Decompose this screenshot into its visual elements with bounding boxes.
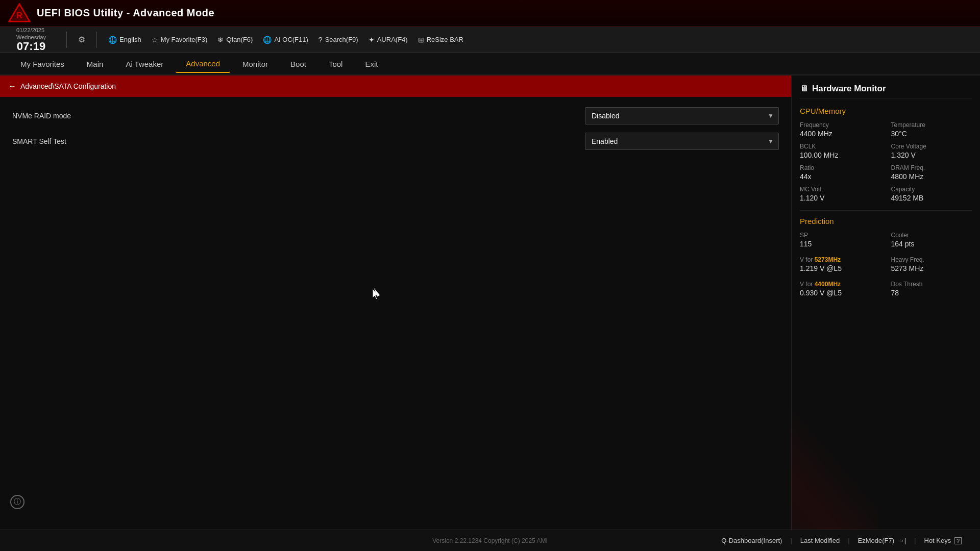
- 4400mhz-highlight: 4400MHz: [815, 281, 841, 288]
- prediction-v4400-grid: V for 4400MHz 0.930 V @L5 Dos Thresh 78: [800, 281, 972, 297]
- version-text: Version 2.22.1284 Copyright (C) 2025 AMI: [432, 537, 547, 544]
- search-button[interactable]: ? Search(F9): [313, 34, 363, 46]
- footer-sep-3: |: [912, 537, 918, 544]
- last-modified-button[interactable]: Last Modified: [794, 535, 846, 546]
- ez-mode-button[interactable]: EzMode(F7) →|: [852, 535, 913, 546]
- nav-item-exit[interactable]: Exit: [355, 56, 388, 72]
- gear-icon: ⚙: [78, 35, 85, 44]
- mc-volt-item: MC Volt. 1.120 V: [800, 186, 881, 202]
- hot-keys-button[interactable]: Hot Keys ?: [918, 535, 968, 546]
- toolbar-divider-1: [66, 32, 67, 48]
- frequency-item: Frequency 4400 MHz: [800, 121, 881, 138]
- globe-icon: 🌐: [108, 36, 117, 44]
- language-button[interactable]: 🌐 English: [103, 34, 146, 46]
- dropdown-arrow-icon: ▼: [768, 112, 774, 119]
- nvme-raid-label: NVMe RAID mode: [12, 112, 585, 120]
- favorite-icon: ☆: [152, 36, 158, 44]
- hardware-monitor-panel: 🖥 Hardware Monitor CPU/Memory Frequency …: [791, 76, 980, 530]
- svg-text:R: R: [16, 11, 22, 20]
- prediction-top-grid: SP 115 Cooler 164 pts: [800, 232, 972, 248]
- nvme-raid-row: NVMe RAID mode Disabled ▼: [0, 103, 791, 129]
- heavy-freq-item: Heavy Freq. 5273 MHz: [891, 256, 972, 272]
- nvme-raid-select[interactable]: Disabled ▼: [585, 107, 779, 124]
- cpu-memory-grid: Frequency 4400 MHz Temperature 30°C BCLK…: [800, 121, 972, 202]
- sp-item: SP 115: [800, 232, 881, 248]
- nav-item-boot[interactable]: Boot: [280, 56, 316, 72]
- content-area: ← Advanced\SATA Configuration NVMe RAID …: [0, 76, 791, 530]
- ez-mode-icon: →|: [898, 537, 906, 544]
- nvme-raid-control: Disabled ▼: [585, 107, 779, 124]
- settings-button[interactable]: ⚙: [73, 33, 90, 46]
- breadcrumb: ← Advanced\SATA Configuration: [0, 76, 791, 97]
- fan-icon: ❄: [217, 36, 224, 44]
- rog-logo: R: [8, 3, 31, 23]
- v-4400mhz-item: V for 4400MHz 0.930 V @L5: [800, 281, 881, 297]
- nav-item-my-favorites[interactable]: My Favorites: [10, 56, 75, 72]
- info-section: ⓘ: [10, 495, 24, 509]
- datetime-display: 01/22/2025Wednesday 07:19: [8, 27, 54, 52]
- footer-sep-1: |: [788, 537, 794, 544]
- back-button[interactable]: ←: [8, 82, 16, 91]
- footer-sep-2: |: [846, 537, 851, 544]
- smart-self-test-row: SMART Self Test Enabled ▼: [0, 129, 791, 154]
- aura-icon: ✦: [369, 36, 375, 44]
- info-icon[interactable]: ⓘ: [10, 495, 24, 509]
- nav-item-tool[interactable]: Tool: [318, 56, 353, 72]
- ai-oc-button[interactable]: 🌐 AI OC(F11): [258, 34, 313, 46]
- cpu-memory-section-title: CPU/Memory: [800, 107, 972, 115]
- resize-icon: ⊞: [418, 36, 424, 44]
- nav-item-main[interactable]: Main: [77, 56, 114, 72]
- app-title: UEFI BIOS Utility - Advanced Mode: [37, 7, 214, 19]
- nav-menu: My Favorites Main Ai Tweaker Advanced Mo…: [0, 53, 980, 76]
- smart-self-test-label: SMART Self Test: [12, 137, 585, 145]
- panel-divider: [800, 210, 972, 211]
- smart-self-test-control: Enabled ▼: [585, 133, 779, 150]
- temperature-item: Temperature 30°C: [891, 121, 972, 138]
- nav-item-monitor[interactable]: Monitor: [232, 56, 278, 72]
- v-5273mhz-item: V for 5273MHz 1.219 V @L5: [800, 256, 881, 272]
- dropdown-arrow-2-icon: ▼: [768, 138, 774, 145]
- dram-freq-item: DRAM Freq. 4800 MHz: [891, 164, 972, 181]
- toolbar-divider-2: [96, 32, 97, 48]
- aura-button[interactable]: ✦ AURA(F4): [363, 34, 413, 46]
- bclk-item: BCLK 100.00 MHz: [800, 143, 881, 159]
- prediction-section-title: Prediction: [800, 217, 972, 226]
- dos-thresh-item: Dos Thresh 78: [891, 281, 972, 297]
- my-favorite-button[interactable]: ☆ My Favorite(F3): [146, 34, 213, 46]
- time-display: 07:19: [17, 41, 45, 52]
- 5273mhz-highlight: 5273MHz: [815, 256, 841, 263]
- core-voltage-item: Core Voltage 1.320 V: [891, 143, 972, 159]
- ai-icon: 🌐: [263, 36, 272, 44]
- cooler-item: Cooler 164 pts: [891, 232, 972, 248]
- resize-bar-button[interactable]: ⊞ ReSize BAR: [413, 34, 469, 46]
- monitor-icon: 🖥: [800, 84, 808, 93]
- qfan-button[interactable]: ❄ Qfan(F6): [212, 34, 258, 46]
- search-icon: ?: [318, 36, 323, 44]
- ratio-item: Ratio 44x: [800, 164, 881, 181]
- nav-item-advanced[interactable]: Advanced: [176, 55, 230, 73]
- footer: Version 2.22.1284 Copyright (C) 2025 AMI…: [0, 530, 980, 551]
- main-layout: ← Advanced\SATA Configuration NVMe RAID …: [0, 76, 980, 530]
- q-dashboard-button[interactable]: Q-Dashboard(Insert): [715, 535, 788, 546]
- header: R UEFI BIOS Utility - Advanced Mode: [0, 0, 980, 27]
- panel-title: 🖥 Hardware Monitor: [800, 84, 972, 98]
- nav-item-ai-tweaker[interactable]: Ai Tweaker: [115, 56, 174, 72]
- settings-content: NVMe RAID mode Disabled ▼ SMART Self Tes…: [0, 97, 791, 530]
- date-display: 01/22/2025Wednesday: [16, 27, 46, 40]
- smart-self-test-select[interactable]: Enabled ▼: [585, 133, 779, 150]
- prediction-v5273-grid: V for 5273MHz 1.219 V @L5 Heavy Freq. 52…: [800, 256, 972, 272]
- hotkeys-icon: ?: [954, 537, 962, 544]
- toolbar: 01/22/2025Wednesday 07:19 ⚙ 🌐 English ☆ …: [0, 27, 980, 53]
- capacity-item: Capacity 49152 MB: [891, 186, 972, 202]
